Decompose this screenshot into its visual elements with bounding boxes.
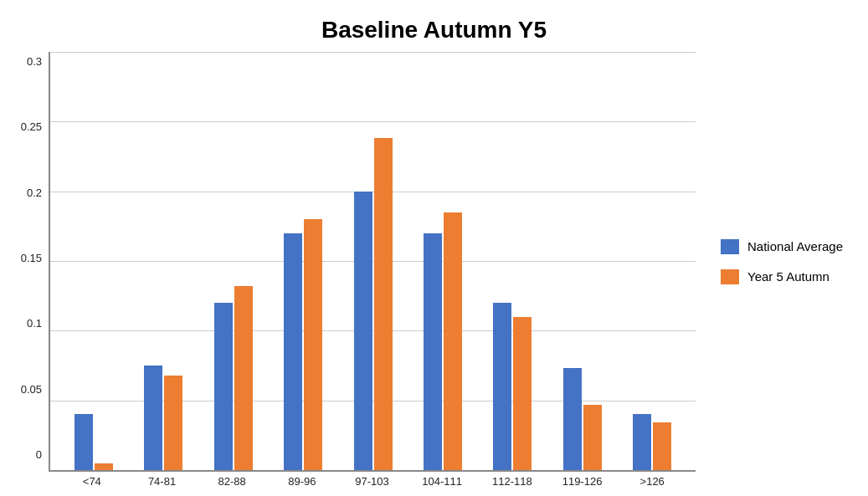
x-axis-label: 112-118 bbox=[477, 472, 547, 488]
bar-year5 bbox=[513, 317, 532, 470]
bar-group bbox=[408, 52, 477, 470]
bar-year5 bbox=[304, 219, 322, 470]
y-axis: 0.30.250.20.150.10.050 bbox=[8, 52, 49, 488]
x-axis-label: 97-103 bbox=[337, 472, 408, 488]
bar-year5 bbox=[374, 138, 393, 470]
bars-and-grid bbox=[49, 52, 696, 472]
bar-group bbox=[268, 52, 337, 470]
bar-group bbox=[618, 52, 687, 470]
bar-national bbox=[284, 233, 302, 470]
legend-item: Year 5 Autumn bbox=[721, 269, 843, 284]
bar-year5 bbox=[583, 405, 602, 470]
legend-label: National Average bbox=[747, 239, 843, 253]
bar-group bbox=[338, 52, 408, 470]
bar-national bbox=[354, 192, 372, 470]
legend-item: National Average bbox=[721, 239, 843, 254]
bar-year5 bbox=[234, 286, 253, 470]
chart-with-axes: 0.30.250.20.150.10.050 <7474-8182-8889-9… bbox=[8, 52, 696, 488]
bar-national bbox=[214, 303, 233, 470]
bar-group bbox=[547, 52, 617, 470]
x-axis-label: >126 bbox=[617, 472, 687, 488]
y-axis-label: 0 bbox=[36, 448, 42, 461]
bar-year5 bbox=[95, 463, 113, 470]
chart-area: 0.30.250.20.150.10.050 <7474-8182-8889-9… bbox=[8, 52, 860, 488]
bar-year5 bbox=[444, 212, 462, 470]
bar-group bbox=[478, 52, 547, 470]
bar-national bbox=[563, 368, 582, 470]
chart-title: Baseline Autumn Y5 bbox=[321, 17, 547, 43]
x-axis-label: <74 bbox=[57, 472, 127, 488]
bar-year5 bbox=[653, 422, 671, 470]
y-axis-label: 0.25 bbox=[21, 120, 42, 133]
y-axis-label: 0.3 bbox=[27, 55, 42, 68]
legend-swatch bbox=[721, 269, 739, 284]
x-labels: <7474-8182-8889-9697-103104-111112-11811… bbox=[49, 472, 696, 488]
legend: National AverageYear 5 Autumn bbox=[696, 52, 860, 488]
bar-group bbox=[198, 52, 268, 470]
y-axis-label: 0.05 bbox=[21, 383, 42, 396]
chart-container: Baseline Autumn Y5 0.30.250.20.150.10.05… bbox=[0, 0, 868, 496]
x-axis-label: 104-111 bbox=[407, 472, 477, 488]
x-axis-label: 82-88 bbox=[197, 472, 267, 488]
legend-label: Year 5 Autumn bbox=[747, 269, 829, 284]
chart-plot-area: <7474-8182-8889-9697-103104-111112-11811… bbox=[49, 52, 696, 488]
bar-national bbox=[493, 303, 511, 470]
x-axis-label: 74-81 bbox=[127, 472, 198, 488]
bar-national bbox=[424, 233, 442, 470]
bar-group bbox=[59, 52, 128, 470]
bar-national bbox=[74, 414, 93, 470]
legend-swatch bbox=[721, 239, 739, 254]
bars-row bbox=[50, 52, 696, 470]
bar-national bbox=[144, 366, 162, 470]
x-axis-label: 119-126 bbox=[547, 472, 618, 488]
x-axis-label: 89-96 bbox=[267, 472, 337, 488]
y-axis-label: 0.1 bbox=[27, 317, 42, 330]
y-axis-label: 0.2 bbox=[27, 187, 42, 199]
bar-group bbox=[128, 52, 198, 470]
y-axis-label: 0.15 bbox=[21, 252, 42, 264]
bar-national bbox=[633, 414, 651, 470]
bar-year5 bbox=[164, 376, 182, 470]
